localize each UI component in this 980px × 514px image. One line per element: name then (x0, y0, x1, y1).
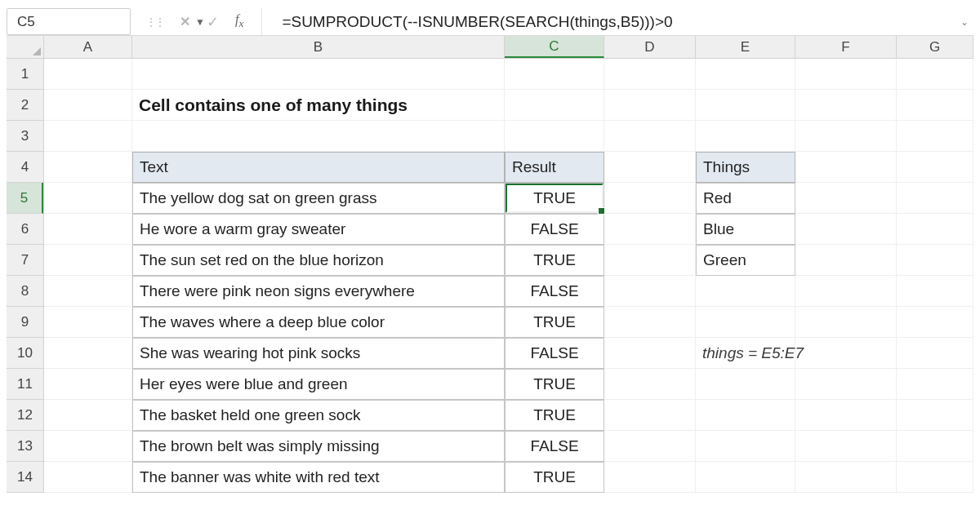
cell-D8[interactable] (604, 276, 696, 307)
cell-A10[interactable] (44, 338, 132, 369)
cell-C9[interactable]: TRUE (505, 307, 604, 338)
cell-B8[interactable]: There were pink neon signs everywhere (132, 276, 505, 307)
col-head-E[interactable]: E (696, 36, 795, 58)
row-head-3[interactable]: 3 (7, 121, 43, 152)
cell-G11[interactable] (897, 369, 973, 400)
col-head-B[interactable]: B (132, 36, 505, 58)
expand-formula-bar-icon[interactable]: ⌄ (956, 8, 973, 35)
cell-C12[interactable]: TRUE (505, 400, 604, 431)
row-head-13[interactable]: 13 (7, 431, 43, 462)
row-head-12[interactable]: 12 (7, 400, 43, 431)
col-head-D[interactable]: D (604, 36, 696, 58)
cell-G2[interactable] (897, 90, 973, 121)
cell-C13[interactable]: FALSE (505, 431, 604, 462)
cell-F5[interactable] (795, 183, 897, 214)
cell-D7[interactable] (604, 245, 696, 276)
name-box[interactable]: ▼ (7, 8, 131, 35)
fx-icon[interactable]: fx (235, 12, 248, 30)
cell-B9[interactable]: The waves where a deep blue color (132, 307, 505, 338)
cell-C7[interactable]: TRUE (505, 245, 604, 276)
cell-F6[interactable] (795, 214, 897, 245)
cell-B11[interactable]: Her eyes were blue and green (132, 369, 505, 400)
cell-C1[interactable] (505, 59, 604, 90)
cell-C8[interactable]: FALSE (505, 276, 604, 307)
cell-G8[interactable] (897, 276, 973, 307)
cell-B12[interactable]: The basket held one green sock (132, 400, 505, 431)
cell-G4[interactable] (897, 152, 973, 183)
cell-F12[interactable] (795, 400, 897, 431)
cell-G12[interactable] (897, 400, 973, 431)
cell-F8[interactable] (795, 276, 897, 307)
cell-C6[interactable]: FALSE (505, 214, 604, 245)
cell-E3[interactable] (696, 121, 795, 152)
row-head-6[interactable]: 6 (7, 214, 43, 245)
row-head-4[interactable]: 4 (7, 152, 43, 183)
cell-C4[interactable]: Result (505, 152, 604, 183)
cell-C11[interactable]: TRUE (505, 369, 604, 400)
row-head-5[interactable]: 5 (7, 183, 43, 214)
cell-D13[interactable] (604, 431, 696, 462)
cancel-icon[interactable]: ✕ (180, 14, 190, 29)
row-head-1[interactable]: 1 (7, 59, 43, 90)
cell-G1[interactable] (897, 59, 973, 90)
cell-B1[interactable] (132, 59, 505, 90)
cell-D6[interactable] (604, 214, 696, 245)
cell-E11[interactable] (696, 369, 795, 400)
cell-D12[interactable] (604, 400, 696, 431)
cell-G9[interactable] (897, 307, 973, 338)
cell-F13[interactable] (795, 431, 897, 462)
cell-B5[interactable]: The yellow dog sat on green grass (132, 183, 505, 214)
cell-B6[interactable]: He wore a warm gray sweater (132, 214, 505, 245)
cell-G3[interactable] (897, 121, 973, 152)
cell-F2[interactable] (795, 90, 897, 121)
cell-B2[interactable]: Cell contains one of many things (132, 90, 505, 121)
cell-A4[interactable] (44, 152, 132, 183)
cell-A8[interactable] (44, 276, 132, 307)
cell-A9[interactable] (44, 307, 132, 338)
cell-A14[interactable] (44, 462, 132, 493)
cell-A2[interactable] (44, 90, 132, 121)
cell-C10[interactable]: FALSE (505, 338, 604, 369)
cell-D5[interactable] (604, 183, 696, 214)
row-head-10[interactable]: 10 (7, 338, 43, 369)
formula-input[interactable]: =SUMPRODUCT(--ISNUMBER(SEARCH(things,B5)… (262, 8, 956, 35)
cell-E5[interactable]: Red (696, 183, 795, 214)
cell-G10[interactable] (897, 338, 973, 369)
cell-A12[interactable] (44, 400, 132, 431)
col-head-F[interactable]: F (795, 36, 897, 58)
cell-E12[interactable] (696, 400, 795, 431)
cell-D14[interactable] (604, 462, 696, 493)
row-head-7[interactable]: 7 (7, 245, 43, 276)
cell-A5[interactable] (44, 183, 132, 214)
row-head-14[interactable]: 14 (7, 462, 43, 493)
cell-G7[interactable] (897, 245, 973, 276)
cell-F10[interactable] (795, 338, 897, 369)
select-all-corner[interactable] (7, 36, 44, 58)
row-head-9[interactable]: 9 (7, 307, 43, 338)
cell-A13[interactable] (44, 431, 132, 462)
col-head-G[interactable]: G (897, 36, 973, 58)
row-head-11[interactable]: 11 (7, 369, 43, 400)
cells-grid[interactable]: Cell contains one of many things Text Re… (44, 59, 973, 493)
cell-D4[interactable] (604, 152, 696, 183)
cell-C2[interactable] (505, 90, 604, 121)
cell-E4[interactable]: Things (696, 152, 795, 183)
col-head-C[interactable]: C (505, 36, 604, 58)
cell-F14[interactable] (795, 462, 897, 493)
cell-E7[interactable]: Green (696, 245, 795, 276)
cell-B7[interactable]: The sun set red on the blue horizon (132, 245, 505, 276)
cell-A1[interactable] (44, 59, 132, 90)
cell-G13[interactable] (897, 431, 973, 462)
cell-D11[interactable] (604, 369, 696, 400)
cell-D3[interactable] (604, 121, 696, 152)
cell-F3[interactable] (795, 121, 897, 152)
cell-A3[interactable] (44, 121, 132, 152)
cell-D9[interactable] (604, 307, 696, 338)
cell-B13[interactable]: The brown belt was simply missing (132, 431, 505, 462)
cell-F9[interactable] (795, 307, 897, 338)
cell-F4[interactable] (795, 152, 897, 183)
cell-D10[interactable] (604, 338, 696, 369)
cell-E1[interactable] (696, 59, 795, 90)
cell-E8[interactable] (696, 276, 795, 307)
cell-E14[interactable] (696, 462, 795, 493)
